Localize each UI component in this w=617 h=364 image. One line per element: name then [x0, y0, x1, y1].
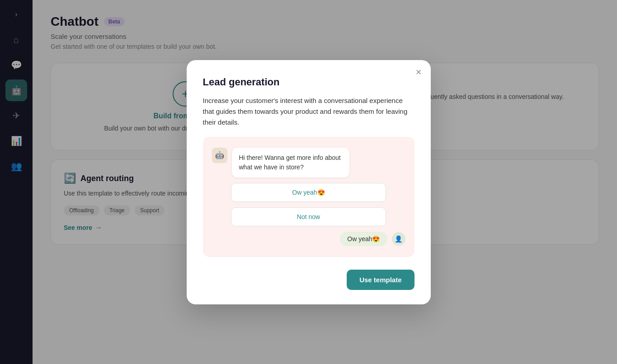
modal-close-button[interactable]: ×	[416, 67, 422, 77]
choice-2[interactable]: Not now	[231, 207, 386, 226]
bot-bubble: Hi there! Wanna get more info about what…	[232, 148, 349, 177]
user-bubble: Ow yeah😍	[340, 232, 387, 246]
bot-message-row: 🤖 Hi there! Wanna get more info about wh…	[212, 148, 405, 177]
user-reply-row: Ow yeah😍 👤	[212, 232, 405, 246]
use-template-button[interactable]: Use template	[347, 270, 414, 290]
chat-preview: 🤖 Hi there! Wanna get more info about wh…	[203, 137, 414, 257]
lead-generation-modal: × Lead generation Increase your customer…	[187, 60, 431, 304]
modal-title: Lead generation	[203, 76, 414, 88]
modal-overlay[interactable]: × Lead generation Increase your customer…	[0, 0, 617, 364]
modal-footer: Use template	[203, 270, 414, 290]
modal-description: Increase your customer's interest with a…	[203, 95, 414, 128]
choice-1[interactable]: Ow yeah😍	[231, 183, 386, 202]
bot-avatar: 🤖	[212, 148, 227, 163]
user-avatar: 👤	[392, 232, 405, 246]
